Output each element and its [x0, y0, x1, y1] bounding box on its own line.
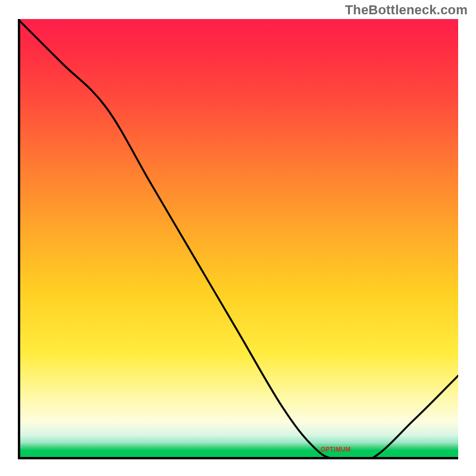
bottleneck-curve [18, 19, 458, 459]
chart-stage: TheBottleneck.com OPTIMUM [0, 0, 476, 476]
watermark-text: TheBottleneck.com [345, 2, 468, 18]
plot-area: OPTIMUM [18, 19, 458, 459]
optimum-label: OPTIMUM [321, 446, 351, 453]
